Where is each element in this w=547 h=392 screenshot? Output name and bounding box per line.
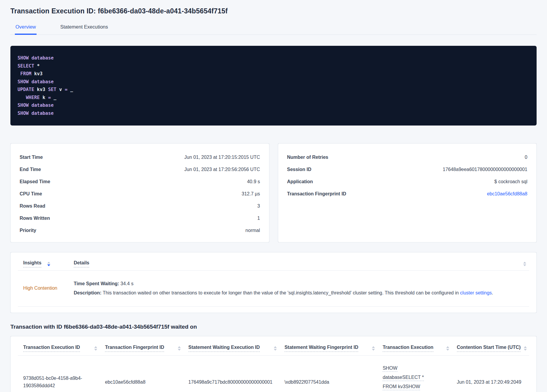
waited-on-table-card: Transaction Execution IDTransaction Fing… bbox=[10, 336, 537, 392]
sql-statements-box: SHOW databaseSELECT * FROM kv3SHOW datab… bbox=[10, 46, 537, 126]
sort-icon[interactable] bbox=[274, 346, 277, 351]
sort-icon[interactable] bbox=[524, 346, 527, 351]
sql-line: SELECT * bbox=[18, 62, 529, 70]
tab-overview[interactable]: Overview bbox=[15, 21, 37, 35]
table-cell: Jun 01, 2023 at 17:20:49:2049 bbox=[452, 356, 529, 392]
column-header-4[interactable]: Statement Waiting Fingerprint ID bbox=[279, 338, 377, 356]
sql-line: FROM kv3 bbox=[18, 70, 529, 78]
summary-row: Elapsed Time40.9 s bbox=[20, 175, 260, 188]
summary-label: Number of Retries bbox=[287, 155, 328, 160]
summary-label: Transaction Fingerprint ID bbox=[287, 191, 346, 197]
summary-row: End TimeJun 01, 2023 at 17:20:56:2056 UT… bbox=[20, 163, 260, 175]
transaction-fingerprint-link[interactable]: ebc10ae56cfd88a8 bbox=[487, 191, 527, 197]
summary-value: 312.7 µs bbox=[242, 191, 260, 197]
summary-label: Rows Written bbox=[20, 216, 50, 221]
sort-icon[interactable] bbox=[94, 346, 97, 351]
summary-value: normal bbox=[246, 228, 260, 233]
insight-row: High Contention Time Spent Waiting: 34.4… bbox=[18, 271, 529, 307]
summary-label: Start Time bbox=[20, 155, 43, 160]
time-spent-waiting: Time Spent Waiting: 34.4 s bbox=[74, 279, 529, 288]
column-header-label: Transaction Fingerprint ID bbox=[105, 345, 164, 352]
transaction-execution-link[interactable]: SHOW databaseSELECT * FROM kv3SHOW datab… bbox=[383, 366, 426, 392]
summary-value: 1 bbox=[257, 216, 260, 221]
summary-label: Session ID bbox=[287, 167, 312, 172]
tab-bar: Overview Statement Executions bbox=[10, 21, 537, 35]
summary-value: 40.9 s bbox=[247, 179, 260, 184]
insight-details: Time Spent Waiting: 34.4 s Description: … bbox=[74, 279, 529, 297]
table-cell: ebc10ae56cfd88a8 bbox=[100, 356, 183, 392]
column-header-label: Transaction Execution bbox=[383, 345, 433, 352]
summary-row: Rows Read3 bbox=[20, 200, 260, 212]
summary-value: $ cockroach sql bbox=[494, 179, 527, 184]
summary-label: CPU Time bbox=[20, 191, 42, 197]
sql-statements: SHOW databaseSELECT * FROM kv3SHOW datab… bbox=[18, 54, 529, 117]
sql-line: UPDATE kv3 SET v = _ bbox=[18, 86, 529, 94]
summary-row: CPU Time312.7 µs bbox=[20, 188, 260, 200]
column-header-3[interactable]: Statement Waiting Execution ID bbox=[183, 338, 279, 356]
cluster-settings-link[interactable]: cluster settings bbox=[460, 290, 492, 295]
summary-row: Rows Written1 bbox=[20, 212, 260, 224]
column-header-label: Contention Start Time (UTC) bbox=[457, 345, 521, 352]
table-cell: 176498a9c717bdc80000000000000001 bbox=[183, 356, 279, 392]
session-summary-card: Number of Retries0Session ID17648a9eea60… bbox=[278, 143, 537, 242]
summary-label: Rows Read bbox=[20, 203, 45, 209]
sort-icon[interactable] bbox=[446, 346, 449, 351]
summary-value: 3 bbox=[257, 203, 260, 209]
sort-icon[interactable] bbox=[372, 346, 375, 351]
summary-row: Number of Retries0 bbox=[287, 151, 528, 163]
column-header-2[interactable]: Transaction Fingerprint ID bbox=[100, 338, 183, 356]
insights-column-header[interactable]: Insights bbox=[23, 260, 41, 267]
summary-row: Start TimeJun 01, 2023 at 17:20:15:2015 … bbox=[20, 151, 260, 163]
summary-label: Elapsed Time bbox=[20, 179, 50, 184]
insight-description: Description: This transaction waited on … bbox=[74, 288, 529, 297]
table-row: 9738d051-bc0e-4158-a9b4-1903586ddd42ebc1… bbox=[18, 356, 529, 392]
summary-value: 17648a9eea6017800000000000000001 bbox=[443, 167, 527, 172]
sql-line: SHOW database bbox=[18, 101, 529, 109]
page-title: Transaction Execution ID: f6be6366-da03-… bbox=[10, 0, 537, 15]
column-header-5[interactable]: Transaction Execution bbox=[377, 338, 451, 356]
insight-badge: High Contention bbox=[23, 286, 74, 291]
table-cell: 9738d051-bc0e-4158-a9b4-1903586ddd42 bbox=[18, 356, 100, 392]
column-header-1[interactable]: Transaction Execution ID bbox=[18, 338, 100, 356]
sql-line: SHOW database bbox=[18, 109, 529, 117]
waited-on-table: Transaction Execution IDTransaction Fing… bbox=[18, 338, 529, 392]
summary-value: Jun 01, 2023 at 17:20:56:2056 UTC bbox=[184, 167, 260, 172]
column-header-label: Transaction Execution ID bbox=[23, 345, 80, 352]
summary-row: Prioritynormal bbox=[20, 224, 260, 236]
sort-icon[interactable] bbox=[178, 346, 181, 351]
summary-value: 0 bbox=[525, 155, 527, 160]
summary-label: Application bbox=[287, 179, 313, 184]
table-cell: SHOW databaseSELECT * FROM kv3SHOW datab… bbox=[377, 356, 451, 392]
summary-cards-row: Start TimeJun 01, 2023 at 17:20:15:2015 … bbox=[10, 143, 537, 242]
sort-icon[interactable] bbox=[520, 262, 529, 266]
waited-on-heading: Transaction with ID f6be6366-da03-48de-a… bbox=[10, 324, 537, 330]
column-header-label: Statement Waiting Execution ID bbox=[188, 345, 260, 352]
summary-label: End Time bbox=[20, 167, 41, 172]
summary-label: Priority bbox=[20, 228, 36, 233]
summary-row: Session ID17648a9eea60178000000000000000… bbox=[287, 163, 528, 175]
column-header-6[interactable]: Contention Start Time (UTC) bbox=[452, 338, 529, 356]
insights-table-header: Insights Details bbox=[18, 255, 529, 271]
tab-statement-executions[interactable]: Statement Executions bbox=[60, 21, 109, 35]
summary-value: Jun 01, 2023 at 17:20:15:2015 UTC bbox=[184, 155, 260, 160]
details-column-header[interactable]: Details bbox=[74, 260, 520, 267]
summary-row: Application$ cockroach sql bbox=[287, 175, 528, 188]
execution-summary-card: Start TimeJun 01, 2023 at 17:20:15:2015 … bbox=[10, 143, 269, 242]
insights-card: Insights Details High Contention Time Sp… bbox=[10, 252, 537, 313]
column-header-label: Statement Waiting Fingerprint ID bbox=[284, 345, 358, 352]
sql-line: SHOW database bbox=[18, 54, 529, 62]
sql-line: SHOW database bbox=[18, 78, 529, 86]
sort-icon[interactable] bbox=[47, 262, 50, 266]
transaction-details-page: Transaction Execution ID: f6be6366-da03-… bbox=[0, 0, 547, 392]
table-cell: \xdb8922f077541dda bbox=[279, 356, 377, 392]
summary-row: Transaction Fingerprint IDebc10ae56cfd88… bbox=[287, 188, 528, 200]
sql-line: WHERE k = _ bbox=[18, 94, 529, 102]
